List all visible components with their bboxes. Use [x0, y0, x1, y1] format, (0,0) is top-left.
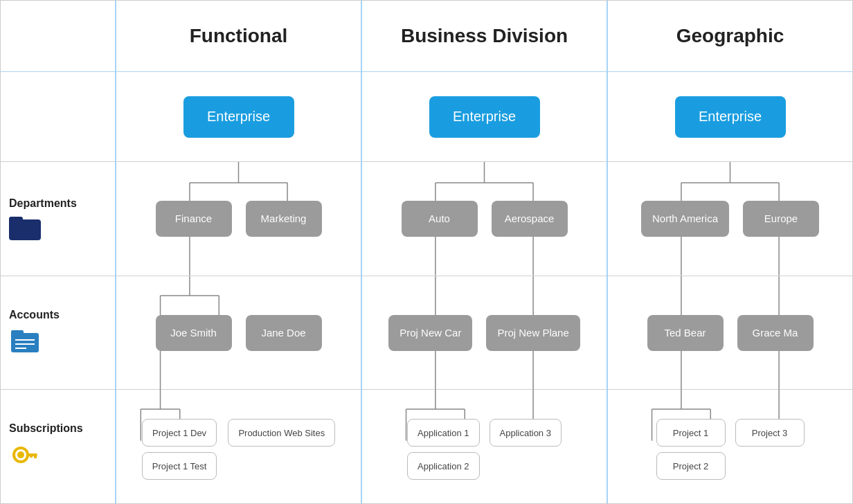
biz-acct-projnewplane[interactable]: Proj New Plane [486, 315, 580, 351]
biz-dept-auto[interactable]: Auto [402, 201, 478, 237]
geo-enterprise-node[interactable]: Enterprise [675, 96, 786, 138]
header-spacer [1, 1, 115, 71]
business-col: Enterprise Auto Aerospace [361, 72, 607, 503]
key-icon [9, 439, 41, 471]
biz-dept-aerospace[interactable]: Aerospace [492, 201, 568, 237]
col-header-geographic: Geographic [607, 1, 852, 71]
departments-label: Departments [9, 197, 77, 210]
enterprise-label-spacer [1, 72, 115, 162]
biz-sub-app2[interactable]: Application 2 [407, 452, 479, 480]
functional-departments-row: Finance Marketing [116, 162, 361, 276]
biz-sub-app3[interactable]: Application 3 [490, 419, 562, 447]
geo-subs-left-stack: Project 1 Project 2 [656, 419, 726, 480]
business-enterprise-node[interactable]: Enterprise [429, 96, 540, 138]
functional-acct-joesmith[interactable]: Joe Smith [156, 315, 232, 351]
geo-subs-right-stack: Project 3 [735, 419, 805, 447]
header-row: Functional Business Division Geographic [1, 1, 852, 72]
svg-rect-2 [11, 333, 39, 352]
geo-sub-project1[interactable]: Project 1 [656, 419, 726, 447]
folder-icon [9, 214, 41, 240]
functional-accounts-row: Joe Smith Jane Doe [116, 276, 361, 390]
biz-acct-projnewcar[interactable]: Proj New Car [388, 315, 472, 351]
labels-column: Departments Accounts [1, 72, 115, 503]
departments-label-cell: Departments [1, 162, 115, 276]
geographic-col: Enterprise North America Europe [607, 72, 852, 503]
geo-dept-northamerica[interactable]: North America [641, 201, 729, 237]
svg-rect-10 [34, 453, 37, 458]
functional-sub-p1test[interactable]: Project 1 Test [142, 452, 217, 480]
functional-col: Enterprise [115, 72, 361, 503]
functional-enterprise-row: Enterprise [116, 72, 361, 162]
business-accounts-row: Proj New Car Proj New Plane [362, 276, 607, 390]
geo-enterprise-row: Enterprise [608, 72, 852, 162]
functional-sub-prodweb[interactable]: Production Web Sites [228, 419, 335, 447]
main-diagram-cols: Enterprise [115, 72, 852, 503]
functional-subs-right-stack: Production Web Sites [228, 419, 335, 447]
geo-acct-tedbear[interactable]: Ted Bear [647, 315, 724, 351]
svg-rect-11 [30, 453, 33, 458]
geo-accounts-row: Ted Bear Grace Ma [608, 276, 852, 390]
business-enterprise-row: Enterprise [362, 72, 607, 162]
biz-subs-left-stack: Application 1 Application 2 [407, 419, 479, 480]
business-departments-row: Auto Aerospace [362, 162, 607, 276]
svg-rect-1 [9, 217, 23, 224]
functional-sub-p1dev[interactable]: Project 1 Dev [142, 419, 217, 447]
accounts-label-cell: Accounts [1, 276, 115, 390]
functional-dept-marketing[interactable]: Marketing [246, 201, 322, 237]
col-header-functional: Functional [115, 1, 361, 71]
subscriptions-label-cell: Subscriptions [1, 390, 115, 503]
functional-enterprise-node[interactable]: Enterprise [183, 96, 294, 138]
geo-acct-gracema[interactable]: Grace Ma [737, 315, 814, 351]
svg-point-8 [17, 451, 24, 458]
functional-subs-row: Project 1 Dev Project 1 Test Production … [116, 390, 361, 503]
subscriptions-label: Subscriptions [9, 422, 83, 435]
biz-sub-app1[interactable]: Application 1 [407, 419, 479, 447]
geo-departments-row: North America Europe [608, 162, 852, 276]
accounts-label: Accounts [9, 309, 60, 321]
col-header-business: Business Division [361, 1, 607, 71]
svg-rect-3 [11, 330, 24, 336]
business-subs-row: Application 1 Application 2 Application … [362, 390, 607, 503]
geo-subs-row: Project 1 Project 2 Project 3 [608, 390, 852, 503]
functional-dept-finance[interactable]: Finance [156, 201, 232, 237]
content-area: Departments Accounts [1, 72, 852, 503]
geo-sub-project3[interactable]: Project 3 [735, 419, 805, 447]
functional-subs-left-stack: Project 1 Dev Project 1 Test [142, 419, 217, 480]
accounts-icon [9, 325, 41, 357]
functional-acct-janedoe[interactable]: Jane Doe [246, 315, 322, 351]
geo-dept-europe[interactable]: Europe [743, 201, 819, 237]
geo-sub-project2[interactable]: Project 2 [656, 452, 726, 480]
biz-subs-right-stack: Application 3 [490, 419, 562, 447]
